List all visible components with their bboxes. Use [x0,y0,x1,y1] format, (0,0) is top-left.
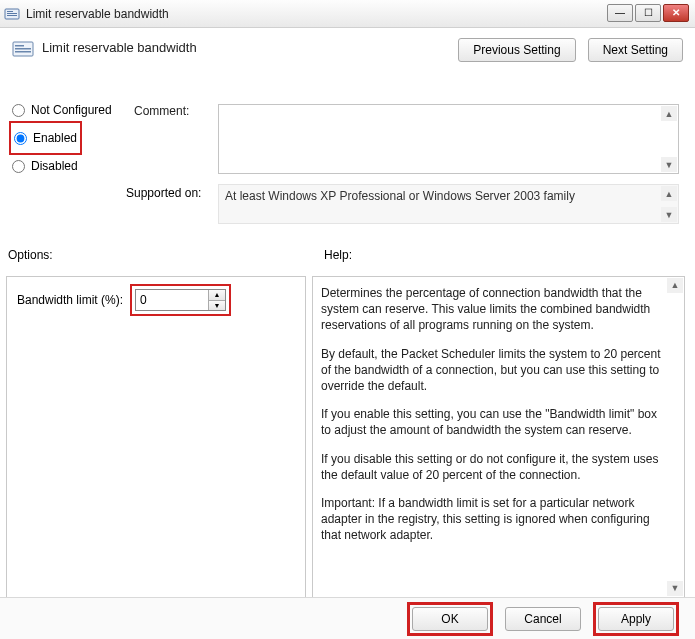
scroll-up-icon[interactable]: ▲ [661,106,677,121]
help-section-label: Help: [324,248,352,262]
next-setting-button[interactable]: Next Setting [588,38,683,62]
supported-on-value: At least Windows XP Professional or Wind… [225,189,575,203]
ok-button[interactable]: OK [412,607,488,631]
svg-rect-7 [15,51,31,53]
cancel-button[interactable]: Cancel [505,607,581,631]
help-paragraph: Important: If a bandwidth limit is set f… [321,495,662,544]
help-paragraph: Determines the percentage of connection … [321,285,662,334]
bandwidth-limit-label: Bandwidth limit (%): [17,293,123,307]
maximize-button[interactable]: ☐ [635,4,661,22]
svg-rect-6 [15,48,31,50]
dialog-footer: OK Cancel Apply [0,597,695,639]
radio-not-configured-input[interactable] [12,104,25,117]
help-paragraph: By default, the Packet Scheduler limits … [321,346,662,395]
scroll-down-icon[interactable]: ▼ [667,581,683,596]
window-title: Limit reservable bandwidth [26,7,169,21]
comment-scrollbar[interactable]: ▲ ▼ [661,106,677,172]
radio-enabled-input[interactable] [14,132,27,145]
svg-rect-3 [7,15,17,16]
comment-textarea[interactable]: ▲ ▼ [218,104,679,174]
previous-setting-button[interactable]: Previous Setting [458,38,575,62]
comment-label: Comment: [134,104,189,118]
spinner-down-button[interactable]: ▼ [209,301,225,311]
scroll-up-icon[interactable]: ▲ [661,186,677,201]
state-radio-group: Not Configured Enabled Disabled [12,98,132,178]
minimize-button[interactable]: — [607,4,633,22]
radio-disabled-input[interactable] [12,160,25,173]
supported-on-label: Supported on: [126,186,201,200]
policy-title: Limit reservable bandwidth [42,38,458,55]
radio-enabled[interactable]: Enabled [14,126,77,150]
close-button[interactable]: ✕ [663,4,689,22]
svg-rect-1 [7,11,13,12]
supported-on-box: At least Windows XP Professional or Wind… [218,184,679,224]
scroll-down-icon[interactable]: ▼ [661,157,677,172]
policy-titlebar-icon [4,6,20,22]
help-paragraph: If you disable this setting or do not co… [321,451,662,483]
radio-enabled-label: Enabled [33,131,77,145]
scroll-down-icon[interactable]: ▼ [661,207,677,222]
scroll-up-icon[interactable]: ▲ [667,278,683,293]
svg-rect-5 [15,45,24,47]
bandwidth-limit-spinner[interactable]: ▲ ▼ [135,289,226,311]
apply-button[interactable]: Apply [598,607,674,631]
help-panel: Determines the percentage of connection … [312,276,685,598]
options-panel: Bandwidth limit (%): ▲ ▼ [6,276,306,598]
bandwidth-limit-input[interactable] [136,290,208,310]
titlebar: Limit reservable bandwidth — ☐ ✕ [0,0,695,28]
options-section-label: Options: [8,248,53,262]
help-paragraph: If you enable this setting, you can use … [321,406,662,438]
supported-scrollbar[interactable]: ▲ ▼ [661,186,677,222]
radio-not-configured-label: Not Configured [31,103,112,117]
svg-rect-2 [7,13,17,14]
spinner-up-button[interactable]: ▲ [209,290,225,301]
radio-not-configured[interactable]: Not Configured [12,98,132,122]
help-scrollbar[interactable]: ▲ ▼ [667,278,683,596]
radio-disabled[interactable]: Disabled [12,154,132,178]
radio-disabled-label: Disabled [31,159,78,173]
policy-icon [12,38,34,60]
